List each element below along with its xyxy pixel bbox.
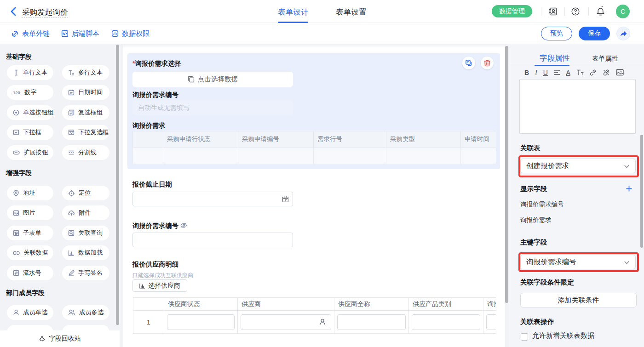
svg-text:123: 123	[13, 90, 20, 95]
